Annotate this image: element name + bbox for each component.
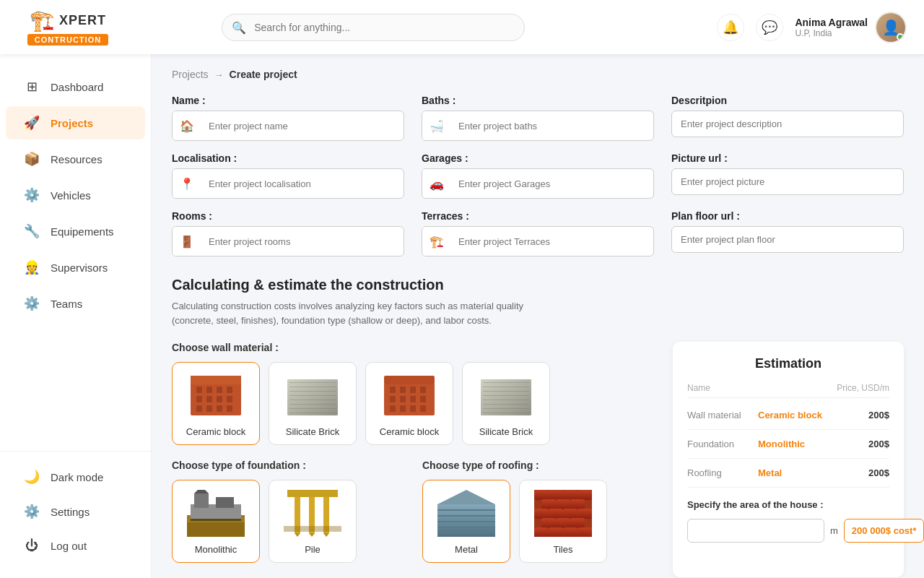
wall-material-grid: Ceramic block bbox=[172, 362, 655, 445]
svg-rect-40 bbox=[481, 379, 531, 415]
sidebar-item-dashboard[interactable]: ⊞ Dashboard bbox=[6, 70, 145, 103]
picture-url-input[interactable] bbox=[671, 168, 904, 195]
area-label: Specify the area of the house : bbox=[687, 499, 889, 510]
rooms-input[interactable] bbox=[201, 230, 404, 253]
sidebar-item-resources[interactable]: 📦 Resources bbox=[6, 142, 145, 176]
svg-rect-90 bbox=[563, 527, 578, 537]
roofing-name-metal: Metal bbox=[455, 544, 478, 555]
baths-icon: 🛁 bbox=[422, 111, 451, 140]
name-input-wrap: 🏠 bbox=[172, 111, 404, 141]
main-layout: ⊞ Dashboard 🚀 Projects 📦 Resources ⚙️ Ve… bbox=[0, 54, 924, 578]
svg-rect-5 bbox=[196, 396, 202, 402]
svg-rect-88 bbox=[534, 527, 549, 537]
notifications-button[interactable]: 🔔 bbox=[717, 14, 744, 41]
terraces-icon: 🏗️ bbox=[422, 227, 451, 256]
messages-button[interactable]: 💬 bbox=[756, 14, 783, 41]
foundation-card-pile[interactable]: Pile bbox=[269, 480, 357, 563]
wall-material-label: Choose wall material : bbox=[172, 342, 655, 353]
breadcrumb-parent[interactable]: Projects bbox=[172, 69, 209, 80]
user-location: U.P, India bbox=[795, 28, 868, 38]
silicate-brick-1-image bbox=[284, 370, 341, 420]
foundation-col: Choose type of foundation : bbox=[172, 460, 405, 577]
sidebar-item-logout[interactable]: ⏻ Log out bbox=[6, 530, 145, 562]
form-label-rooms: Rooms : bbox=[172, 210, 404, 222]
svg-rect-12 bbox=[227, 405, 232, 412]
svg-rect-1 bbox=[196, 387, 202, 393]
form-label-description: Descritpion bbox=[671, 95, 904, 106]
sidebar-item-teams[interactable]: ⚙️ Teams bbox=[6, 287, 145, 320]
svg-rect-91 bbox=[578, 527, 592, 537]
area-section: Specify the area of the house : m 200 00… bbox=[687, 499, 889, 543]
baths-input[interactable] bbox=[451, 115, 653, 137]
sidebar-item-equipements[interactable]: 🔧 Equipements bbox=[6, 215, 145, 248]
roofing-card-tiles[interactable]: Tiles bbox=[519, 480, 607, 563]
roofing-name-tiles: Tiles bbox=[554, 544, 573, 555]
svg-rect-80 bbox=[570, 499, 585, 509]
avatar-online-dot bbox=[897, 33, 904, 40]
search-container: 🔍 bbox=[222, 14, 525, 41]
sidebar-item-settings[interactable]: ⚙️ Settings bbox=[6, 495, 145, 528]
form-group-plan-floor-url: Plan floor url : bbox=[671, 210, 904, 256]
svg-rect-29 bbox=[420, 387, 426, 393]
sidebar-label-dashboard: Dashboard bbox=[51, 81, 103, 93]
supervisors-icon: 👷 bbox=[23, 259, 40, 275]
left-choices: Choose wall material : bbox=[172, 342, 655, 577]
plan-floor-url-input[interactable] bbox=[671, 226, 904, 253]
material-card-silicate1[interactable]: Silicate Brick bbox=[269, 362, 357, 445]
search-input[interactable] bbox=[222, 14, 525, 41]
svg-rect-9 bbox=[196, 405, 202, 412]
sidebar-item-supervisors[interactable]: 👷 Supervisors bbox=[6, 251, 145, 284]
svg-rect-16 bbox=[287, 379, 338, 415]
material-card-silicate2[interactable]: Silicate Brick bbox=[462, 362, 550, 445]
localisation-input[interactable] bbox=[201, 173, 404, 195]
construction-title: Calculating & estimate the construction bbox=[172, 277, 904, 293]
est-value-wall: Ceramic block bbox=[758, 410, 863, 420]
sidebar-item-dark-mode[interactable]: 🌙 Dark mode bbox=[6, 460, 145, 493]
name-input[interactable] bbox=[201, 115, 404, 137]
svg-rect-57 bbox=[287, 490, 338, 497]
est-price-roofing: 200$ bbox=[868, 467, 889, 478]
area-controls: m 200 000$ cost* Create bbox=[687, 517, 889, 543]
cost-button[interactable]: 200 000$ cost* bbox=[844, 519, 924, 543]
logo: 🏗️ XPERT CONTRUCTION bbox=[17, 9, 118, 46]
svg-rect-31 bbox=[400, 396, 406, 402]
foundation-card-monolithic[interactable]: Monolithic bbox=[172, 480, 260, 563]
form-group-garages: Garages : 🚗 bbox=[422, 152, 654, 199]
breadcrumb-current: Create project bbox=[230, 69, 297, 80]
svg-rect-79 bbox=[556, 499, 570, 509]
projects-icon: 🚀 bbox=[23, 115, 40, 131]
project-form: Name : 🏠 Baths : 🛁 Descritpion Locali bbox=[172, 95, 904, 256]
foundation-label: Choose type of foundation : bbox=[172, 460, 405, 471]
svg-rect-6 bbox=[206, 396, 212, 402]
svg-rect-19 bbox=[289, 391, 336, 392]
description-input[interactable] bbox=[671, 111, 904, 137]
svg-marker-63 bbox=[323, 533, 329, 537]
sidebar-item-projects[interactable]: 🚀 Projects bbox=[6, 106, 145, 139]
terraces-input-wrap: 🏗️ bbox=[422, 226, 654, 256]
svg-rect-56 bbox=[191, 519, 241, 521]
garages-input[interactable] bbox=[451, 173, 653, 195]
svg-rect-10 bbox=[206, 405, 212, 412]
svg-rect-89 bbox=[549, 527, 563, 537]
two-col-choices: Choose type of foundation : bbox=[172, 460, 655, 577]
sidebar-label-dark-mode: Dark mode bbox=[51, 471, 103, 483]
svg-rect-45 bbox=[483, 400, 529, 400]
svg-rect-54 bbox=[216, 497, 234, 508]
pile-image bbox=[284, 488, 341, 538]
sidebar-label-teams: Teams bbox=[51, 298, 82, 310]
sidebar-item-vehicles[interactable]: ⚙️ Vehicles bbox=[6, 178, 145, 212]
form-label-picture-url: Picture url : bbox=[671, 152, 904, 164]
material-card-ceramic1[interactable]: Ceramic block bbox=[172, 362, 260, 445]
material-card-ceramic2[interactable]: Ceramic block bbox=[365, 362, 453, 445]
form-group-name: Name : 🏠 bbox=[172, 95, 404, 141]
tiles-image bbox=[534, 488, 592, 538]
terraces-input[interactable] bbox=[451, 230, 653, 253]
area-input[interactable] bbox=[687, 519, 824, 543]
dark-mode-icon: 🌙 bbox=[23, 469, 40, 485]
form-group-picture-url: Picture url : bbox=[671, 152, 904, 199]
logout-icon: ⏻ bbox=[23, 538, 40, 553]
roofing-card-metal[interactable]: Metal bbox=[422, 480, 510, 563]
svg-rect-23 bbox=[289, 408, 336, 409]
svg-rect-18 bbox=[289, 387, 336, 387]
logo-text: XPERT bbox=[59, 13, 106, 28]
